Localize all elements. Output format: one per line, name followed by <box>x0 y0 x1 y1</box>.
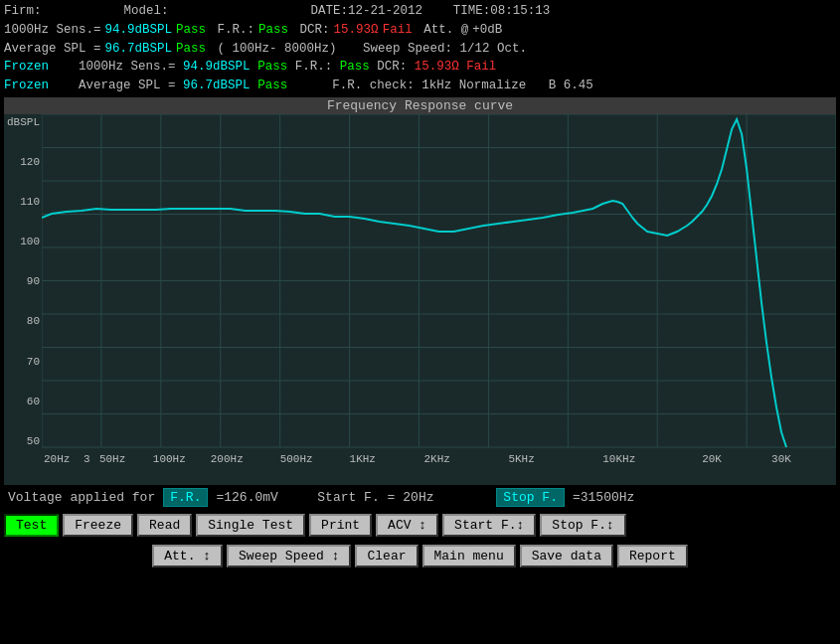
button-row-2: Att. ↕ Sweep Speed ↕ Clear Main menu Sav… <box>0 541 840 571</box>
header-row-2: Average SPL = 96.7dBSPL Pass ( 100Hz- 80… <box>4 40 836 59</box>
print-button[interactable]: Print <box>309 514 372 537</box>
frozen1-fr-pass: Pass <box>340 60 370 74</box>
y-tick-90: 90 <box>27 275 40 287</box>
svg-text:1KHz: 1KHz <box>350 453 376 465</box>
main-menu-button[interactable]: Main menu <box>422 545 516 567</box>
sweep-label: Sweep Speed: 1/12 Oct. <box>341 40 528 59</box>
frozen1-fr: F.R.: <box>295 60 333 74</box>
y-tick-80: 80 <box>27 315 40 327</box>
svg-text:20Hz: 20Hz <box>44 453 70 465</box>
model-value <box>173 2 307 21</box>
sens-label: 1000Hz Sens.= <box>4 21 101 40</box>
frozen1-fail: Fail <box>466 60 496 74</box>
header-row-top: Firm: Model: DATE:12-21-2012 TIME:08:15:… <box>4 2 836 21</box>
model-label: Model: <box>124 2 169 21</box>
sens-value: 94.9dBSPL <box>105 21 173 40</box>
acv-button[interactable]: ACV ↕ <box>376 514 438 537</box>
y-tick-100: 100 <box>20 236 40 247</box>
single-test-button[interactable]: Single Test <box>196 514 305 537</box>
chart-plot: 20Hz 3 50Hz 100Hz 200Hz 500Hz 1KHz 2KHz … <box>42 114 836 467</box>
fr-pass: Pass <box>258 21 288 40</box>
voltage-row: Voltage applied for F.R. =126.0mV Start … <box>0 485 840 510</box>
y-tick-60: 60 <box>27 396 40 407</box>
y-tick-50: 50 <box>27 435 40 447</box>
dcr-value: 15.93Ω <box>334 21 379 40</box>
svg-text:30K: 30K <box>771 453 791 465</box>
frozen2-avg-label: Average SPL = <box>79 79 176 92</box>
stop-f-button[interactable]: Stop F.↕ <box>540 514 625 537</box>
frozen2-fr-check: F.R. check: 1kHz Normalize <box>295 79 527 92</box>
voltage-fr-box: F.R. <box>163 488 208 507</box>
voltage-fr-value: =126.0mV <box>216 490 277 505</box>
frozen2-label: Frozen <box>4 79 49 92</box>
svg-text:50Hz: 50Hz <box>99 453 125 465</box>
svg-text:100Hz: 100Hz <box>153 453 186 465</box>
start-f-button[interactable]: Start F.↕ <box>442 514 536 537</box>
frozen2-avg-value: 96.7dBSPL <box>183 79 251 92</box>
chart-container: Frequency Response curve dBSPL 120 110 1… <box>4 97 836 485</box>
dcr-label: DCR: <box>292 21 330 40</box>
stop-f-box: Stop F. <box>496 488 565 507</box>
y-tick-70: 70 <box>27 356 40 368</box>
time-label <box>426 2 449 21</box>
clear-button[interactable]: Clear <box>355 545 418 567</box>
att-label: Att. @ <box>417 21 469 40</box>
frozen1-pass: Pass <box>257 60 287 74</box>
header-area: Firm: Model: DATE:12-21-2012 TIME:08:15:… <box>0 0 840 97</box>
date-label: DATE:12-21-2012 <box>311 2 423 21</box>
frozen2-pass: Pass <box>257 79 287 92</box>
firm-label: Firm: <box>4 2 42 21</box>
freq-range: ( 100Hz- 8000Hz) <box>210 40 337 59</box>
chart-inner: dBSPL 120 110 100 90 80 70 60 50 <box>4 114 836 467</box>
svg-text:5KHz: 5KHz <box>508 453 534 465</box>
read-button[interactable]: Read <box>137 514 192 537</box>
avg-label: Average SPL = <box>4 40 101 59</box>
test-button[interactable]: Test <box>4 514 59 537</box>
svg-text:2KHz: 2KHz <box>424 453 450 465</box>
fr-label: F.R.: <box>210 21 254 40</box>
frozen1-label: Frozen <box>4 60 49 74</box>
frozen1-sens-value: 94.9dBSPL <box>183 60 251 74</box>
report-button[interactable]: Report <box>617 545 688 567</box>
screen: Firm: Model: DATE:12-21-2012 TIME:08:15:… <box>0 0 840 571</box>
sens-pass: Pass <box>176 21 206 40</box>
firm-value <box>46 2 120 21</box>
chart-title: Frequency Response curve <box>4 97 836 114</box>
svg-text:200Hz: 200Hz <box>211 453 244 465</box>
att-value: +0dB <box>472 21 502 40</box>
frozen1-dcr: DCR: <box>377 60 407 74</box>
svg-text:20K: 20K <box>702 453 722 465</box>
sweep-speed-button[interactable]: Sweep Speed ↕ <box>227 545 351 567</box>
stop-f-label: Stop F. <box>503 490 558 505</box>
att-button[interactable]: Att. ↕ <box>152 545 223 567</box>
voltage-start-label <box>286 490 309 505</box>
frozen2-b-val: B 6.45 <box>534 79 593 92</box>
voltage-fr-label: F.R. <box>170 490 201 505</box>
frozen1-sens-label: 1000Hz Sens.= <box>79 60 176 74</box>
frozen-row-1: Frozen 1000Hz Sens.= 94.9dBSPL Pass F.R.… <box>4 58 836 77</box>
header-row-1: 1000Hz Sens.= 94.9dBSPL Pass F.R.: Pass … <box>4 21 836 40</box>
time-value: TIME:08:15:13 <box>453 2 551 21</box>
frozen1-dcr-value: 15.93Ω <box>415 60 459 74</box>
chart-svg: 20Hz 3 50Hz 100Hz 200Hz 500Hz 1KHz 2KHz … <box>42 114 836 467</box>
stop-f-value: =31500Hz <box>573 490 634 505</box>
avg-value: 96.7dBSPL <box>105 40 173 59</box>
svg-text:500Hz: 500Hz <box>280 453 313 465</box>
start-f-label: Start F. = <box>317 490 395 505</box>
frozen-row-2: Frozen Average SPL = 96.7dBSPL Pass F.R.… <box>4 77 836 95</box>
dcr-fail: Fail <box>383 21 413 40</box>
y-tick-120: 120 <box>20 156 40 168</box>
freeze-button[interactable]: Freeze <box>63 514 133 537</box>
save-data-button[interactable]: Save data <box>520 545 613 567</box>
y-label-dbspl: dBSPL <box>7 116 40 128</box>
voltage-label: Voltage applied for <box>8 490 155 505</box>
y-tick-110: 110 <box>20 196 40 208</box>
svg-text:10KHz: 10KHz <box>602 453 635 465</box>
svg-text:3: 3 <box>84 453 90 465</box>
spacer1 <box>442 490 489 505</box>
avg-pass: Pass <box>176 40 206 59</box>
button-row-1: Test Freeze Read Single Test Print ACV ↕… <box>0 510 840 541</box>
start-f-value: 20Hz <box>403 490 433 505</box>
